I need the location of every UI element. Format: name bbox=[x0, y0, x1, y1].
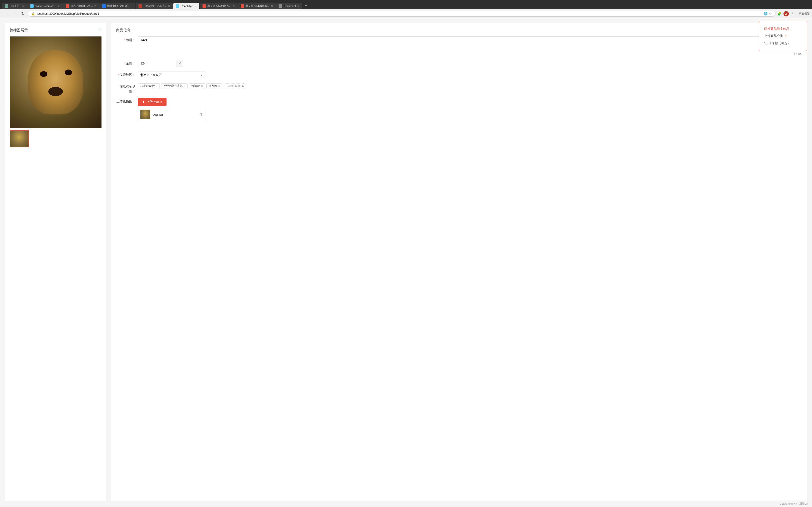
thumb-dog-image bbox=[10, 131, 29, 147]
tab-label-document: Document bbox=[284, 5, 296, 7]
price-input-group: ¥ bbox=[138, 60, 802, 67]
carousel-dog-bg bbox=[10, 37, 101, 128]
tab-icon-antd bbox=[102, 4, 106, 8]
price-suffix: ¥ bbox=[176, 60, 183, 67]
tab-label-swiperjs: swiperjs.com/de... bbox=[35, 5, 56, 7]
nav-basic-info[interactable]: 商检商品基本信息 bbox=[764, 25, 802, 32]
form-row-price: *金额： ¥ bbox=[116, 60, 802, 67]
add-tag-button[interactable]: + 标签 Max: 6 bbox=[224, 83, 246, 89]
region-select[interactable]: 北京市 / 西城区 ▼ bbox=[138, 71, 205, 79]
tab-label-jd: 【德力西（DELIX... bbox=[143, 4, 166, 8]
tag-7day-label: 7天无理由退化 bbox=[163, 84, 183, 88]
tab-jd[interactable]: 【德力西（DELIX... ✕ bbox=[136, 3, 173, 9]
tab-close-csdn1[interactable]: ✕ bbox=[233, 5, 235, 7]
title-label: *标题： bbox=[116, 37, 138, 42]
carousel-main-image bbox=[10, 37, 101, 128]
page-content: 商检商品基本信息 上传商品分类 ⚠ *上传海报（可选） 轮播图展示 📄 bbox=[0, 18, 812, 506]
carousel-thumb-0[interactable] bbox=[10, 130, 29, 147]
tab-icon-anchor bbox=[66, 4, 69, 8]
file-name-dog: dog.jpg bbox=[152, 113, 197, 116]
title-input[interactable] bbox=[138, 37, 802, 51]
tab-label-react-app: React App bbox=[181, 5, 193, 7]
tab-close-react-app[interactable]: ✕ bbox=[195, 5, 197, 7]
profile-avatar[interactable]: X bbox=[783, 11, 789, 16]
file-list: dog.jpg 🗑 bbox=[138, 108, 802, 121]
address-bar-icons: 🌐 ☆ bbox=[764, 12, 772, 15]
tag-24h: 24小时发货 ✕ bbox=[138, 83, 160, 89]
required-star-title: * bbox=[124, 38, 125, 42]
nav-upload-poster[interactable]: *上传海报（可选） bbox=[764, 40, 802, 47]
form-row-region: *发货地区： 北京市 / 西城区 ▼ bbox=[116, 71, 802, 79]
tags-control: 24小时发货 ✕ 7天无理由退化 ✕ 包运费 ✕ 运费险 ✕ bbox=[138, 83, 802, 89]
nav-upload-category-label: 上传商品分类 bbox=[764, 34, 783, 38]
floating-nav-panel: 商检商品基本信息 上传商品分类 ⚠ *上传海报（可选） bbox=[759, 21, 807, 51]
nav-upload-category[interactable]: 上传商品分类 ⚠ bbox=[764, 32, 802, 40]
file-delete-button[interactable]: 🗑 bbox=[199, 113, 203, 116]
upload-button[interactable]: ⬆ 上传 Max 5 bbox=[138, 98, 166, 106]
tab-close-jd[interactable]: ✕ bbox=[168, 5, 170, 7]
toolbar-icons: 🧩 X ⋮ bbox=[777, 11, 794, 16]
tab-icon-csdn1 bbox=[203, 4, 206, 8]
extensions-icon[interactable]: 🧩 bbox=[777, 12, 781, 16]
tab-swiperjs[interactable]: swiperjs.com/de... ✕ bbox=[27, 3, 63, 9]
tag-7day-close[interactable]: ✕ bbox=[184, 85, 185, 88]
title-char-count: 4 / 100 bbox=[138, 52, 802, 56]
product-info-title: 商品信息 bbox=[116, 28, 131, 33]
tag-7day: 7天无理由退化 ✕ bbox=[161, 83, 188, 89]
file-thumb-dog bbox=[140, 110, 150, 119]
bottom-bar-text: CSDN @鲜鱼鱼版面42¢ bbox=[779, 502, 808, 505]
form-row-upload: 上传轮播图： ⬆ 上传 Max 5 dog.jpg 🗑 bbox=[116, 98, 802, 121]
nav-upload-poster-label: *上传海报（可选） bbox=[764, 41, 791, 45]
reload-button[interactable]: ↻ bbox=[20, 11, 26, 16]
tab-react-app[interactable]: React App ✕ bbox=[173, 3, 199, 9]
carousel-card-header: 轮播图展示 📄 bbox=[10, 28, 101, 33]
form-row-tags: 商品标签类型： 24小时发货 ✕ 7天无理由退化 ✕ 包运费 ✕ bbox=[116, 83, 802, 94]
dog-eye-left bbox=[40, 71, 47, 77]
tab-anchor[interactable]: 锚点 Anchor - An... ✕ bbox=[63, 3, 99, 9]
tag-shipping-included: 包运费 ✕ bbox=[189, 83, 205, 89]
tab-close-icon-ant[interactable]: ✕ bbox=[131, 5, 133, 7]
tab-icon-jd bbox=[139, 4, 142, 8]
forward-button[interactable]: → bbox=[11, 11, 18, 16]
nav-basic-info-label: 商检商品基本信息 bbox=[764, 26, 789, 31]
tab-label-icon-ant: 图标 Icon - Ant D... bbox=[107, 4, 129, 8]
menu-icon[interactable]: ⋮ bbox=[791, 12, 794, 16]
tab-close-csdn2[interactable]: ✕ bbox=[271, 5, 273, 7]
tab-close-chatgpt[interactable]: ✕ bbox=[22, 5, 24, 7]
address-bar-row: ← → ↻ 🔒 localhost:3000/index/MyShop/List… bbox=[0, 9, 812, 18]
tab-chatgpt[interactable]: ChatGPT ✕ bbox=[2, 3, 27, 9]
tab-icon-ant[interactable]: 图标 Icon - Ant D... ✕ bbox=[99, 3, 136, 9]
tab-bar: ChatGPT ✕ swiperjs.com/de... ✕ 锚点 Anchor… bbox=[0, 0, 812, 9]
bookmark-star-icon[interactable]: ☆ bbox=[769, 12, 772, 15]
price-input[interactable] bbox=[138, 60, 176, 67]
new-tab-button[interactable]: + bbox=[302, 2, 309, 9]
carousel-card: 轮播图展示 📄 bbox=[5, 23, 106, 501]
tab-close-document[interactable]: ✕ bbox=[297, 5, 299, 7]
tag-insurance-label: 运费险 bbox=[209, 84, 217, 88]
tab-document[interactable]: Document ✕ bbox=[276, 3, 302, 9]
address-bar[interactable]: 🔒 localhost:3000/index/MyShop/ListProduc… bbox=[28, 11, 775, 17]
translate-icon[interactable]: 🌐 bbox=[764, 12, 767, 15]
upload-icon: ⬆ bbox=[142, 100, 145, 104]
carousel-card-title: 轮播图展示 bbox=[10, 28, 28, 33]
tag-shipping-included-label: 包运费 bbox=[191, 84, 200, 88]
tab-label-chatgpt: ChatGPT bbox=[10, 5, 21, 7]
back-button[interactable]: ← bbox=[2, 11, 9, 16]
tags-label: 商品标签类型： bbox=[116, 83, 138, 94]
tab-icon-chatgpt bbox=[5, 4, 8, 8]
price-label: *金额： bbox=[116, 60, 138, 66]
bottom-bar: CSDN @鲜鱼鱼版面42¢ bbox=[775, 501, 812, 506]
tab-close-swiperjs[interactable]: ✕ bbox=[58, 5, 60, 7]
tab-label-csdn1: 写文章-CSDN创作... bbox=[207, 4, 231, 8]
tab-csdn1[interactable]: 写文章-CSDN创作... ✕ bbox=[200, 3, 238, 9]
tab-close-anchor[interactable]: ✕ bbox=[94, 5, 96, 7]
upload-control: ⬆ 上传 Max 5 dog.jpg 🗑 bbox=[138, 98, 802, 121]
tag-insurance-close[interactable]: ✕ bbox=[218, 85, 220, 88]
browser-chrome: ChatGPT ✕ swiperjs.com/de... ✕ 锚点 Anchor… bbox=[0, 0, 812, 18]
tag-shipping-included-close[interactable]: ✕ bbox=[201, 85, 203, 88]
carousel-doc-icon[interactable]: 📄 bbox=[97, 29, 101, 32]
tags-container: 24小时发货 ✕ 7天无理由退化 ✕ 包运费 ✕ 运费险 ✕ bbox=[138, 83, 802, 89]
tab-csdn2[interactable]: 写文章-CSDN博客... ✕ bbox=[238, 3, 276, 9]
tab-icon-swiperjs bbox=[30, 4, 34, 8]
tag-24h-close[interactable]: ✕ bbox=[156, 85, 158, 88]
